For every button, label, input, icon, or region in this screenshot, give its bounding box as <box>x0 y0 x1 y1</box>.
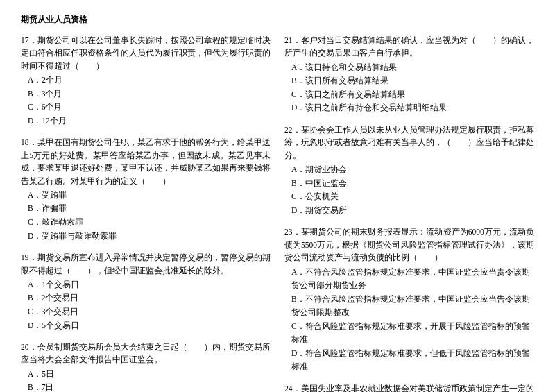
option-17-a: A．2个月 <box>28 74 271 87</box>
question-21-options: A．该日持仓和交易结算结果 B．该日所有交易结算结果 C．该日之前所有交易结算结… <box>291 61 534 115</box>
question-23-text: 23．某期货公司的期末财务报表显示：流动资产为6000万元，流动负债为5500万… <box>284 225 534 264</box>
question-17-text: 17．期货公司可以在公司董事长失踪时，按照公司章程的规定临时决定由符合相应任职资… <box>21 34 271 72</box>
question-23-options: A．不符合风险监管指标规定标准要求，中国证监会应当责令该期货公司部分期货业务 B… <box>291 266 534 374</box>
option-17-c: C．6个月 <box>28 101 271 114</box>
option-23-d: D．符合风险监管指标规定标准要求，但低于风险监管指标的预警标准 <box>291 347 534 374</box>
question-24-text: 24．美国失业率及非农就业数据会对美联储货币政策制定产生一定的影响，当失业率下降… <box>284 382 534 392</box>
option-18-d: D．受贿罪与敲诈勒索罪 <box>28 230 271 244</box>
option-20-a: A．5日 <box>28 368 271 382</box>
question-24: 24．美国失业率及非农就业数据会对美联储货币政策制定产生一定的影响，当失业率下降… <box>284 382 534 392</box>
option-18-b: B．诈骗罪 <box>28 202 271 216</box>
question-18-options: A．受贿罪 B．诈骗罪 C．敲诈勒索罪 D．受贿罪与敲诈勒索罪 <box>28 189 271 243</box>
question-20-text: 20．会员制期货交易所会员大会结束之日起（ ）内，期货交易所应当将大会全部文件报… <box>21 341 271 366</box>
option-17-d: D．12个月 <box>28 114 271 128</box>
question-22-text: 22．某协会会工作人员以未从业人员管理办法规定履行职责，拒私募筹，玩忽职守或者故… <box>284 123 534 162</box>
option-22-c: C．公安机关 <box>291 190 534 204</box>
question-20: 20．会员制期货交易所会员大会结束之日起（ ）内，期货交易所应当将大会全部文件报… <box>21 341 271 392</box>
option-22-d: D．期货交易所 <box>291 204 534 218</box>
right-column: 21．客户对当日交易结算结果的确认，应当视为对（ ）的确认，所产生的交易后果由客… <box>284 34 534 392</box>
option-23-a: A．不符合风险监管指标规定标准要求，中国证监会应当责令该期货公司部分期货业务 <box>291 266 534 293</box>
section-title: 期货从业人员资格 <box>21 14 534 26</box>
option-21-d: D．该日之前所有持仓和交易结算明细结果 <box>291 101 534 115</box>
question-17: 17．期货公司可以在公司董事长失踪时，按照公司章程的规定临时决定由符合相应任职资… <box>21 34 271 128</box>
page-container: 期货从业人员资格 17．期货公司可以在公司董事长失踪时，按照公司章程的规定临时决… <box>21 14 534 392</box>
option-19-d: D．5个交易日 <box>28 319 271 333</box>
option-19-b: B．2个交易日 <box>28 291 271 305</box>
question-19-options: A．1个交易日 B．2个交易日 C．3个交易日 D．5个交易日 <box>28 278 271 332</box>
option-21-b: B．该日所有交易结算结果 <box>291 74 534 88</box>
question-22-options: A．期货业协会 B．中国证监会 C．公安机关 D．期货交易所 <box>291 163 534 217</box>
option-17-b: B．3个月 <box>28 87 271 101</box>
question-18: 18．某甲在国有期货公司任职，某乙有求于他的帮务行为，给某甲送上5万元的好处费。… <box>21 136 271 243</box>
question-20-options: A．5日 B．7日 C．10日 D．15日 <box>28 368 271 392</box>
question-21-text: 21．客户对当日交易结算结果的确认，应当视为对（ ）的确认，所产生的交易后果由客… <box>284 34 534 60</box>
option-23-b: B．不符合风险监管指标规定标准要求，中国证监会应当告令该期货公司限期整改 <box>291 293 534 320</box>
question-23: 23．某期货公司的期末财务报表显示：流动资产为6000万元，流动负债为5500万… <box>284 225 534 374</box>
question-19-text: 19．期货交易所宣布进入异常情况并决定暂停交易的，暂停交易的期限不得超过（ ），… <box>21 251 271 277</box>
question-18-text: 18．某甲在国有期货公司任职，某乙有求于他的帮务行为，给某甲送上5万元的好处费。… <box>21 136 271 187</box>
option-23-c: C．符合风险监管指标规定标准要求，开展于风险监管指标的预警标准 <box>291 320 534 347</box>
option-19-c: C．3个交易日 <box>28 305 271 319</box>
option-19-a: A．1个交易日 <box>28 278 271 292</box>
question-21: 21．客户对当日交易结算结果的确认，应当视为对（ ）的确认，所产生的交易后果由客… <box>284 34 534 115</box>
option-18-c: C．敲诈勒索罪 <box>28 216 271 230</box>
option-20-b: B．7日 <box>28 381 271 392</box>
option-18-a: A．受贿罪 <box>28 189 271 203</box>
question-19: 19．期货交易所宣布进入异常情况并决定暂停交易的，暂停交易的期限不得超过（ ），… <box>21 251 271 332</box>
left-column: 17．期货公司可以在公司董事长失踪时，按照公司章程的规定临时决定由符合相应任职资… <box>21 34 271 392</box>
option-21-c: C．该日之前所有交易结算结果 <box>291 88 534 102</box>
option-21-a: A．该日持仓和交易结算结果 <box>291 61 534 75</box>
question-22: 22．某协会会工作人员以未从业人员管理办法规定履行职责，拒私募筹，玩忽职守或者故… <box>284 123 534 217</box>
option-22-a: A．期货业协会 <box>291 163 534 177</box>
question-17-options: A．2个月 B．3个月 C．6个月 D．12个月 <box>28 74 271 128</box>
two-column-layout: 17．期货公司可以在公司董事长失踪时，按照公司章程的规定临时决定由符合相应任职资… <box>21 34 534 392</box>
option-22-b: B．中国证监会 <box>291 177 534 191</box>
